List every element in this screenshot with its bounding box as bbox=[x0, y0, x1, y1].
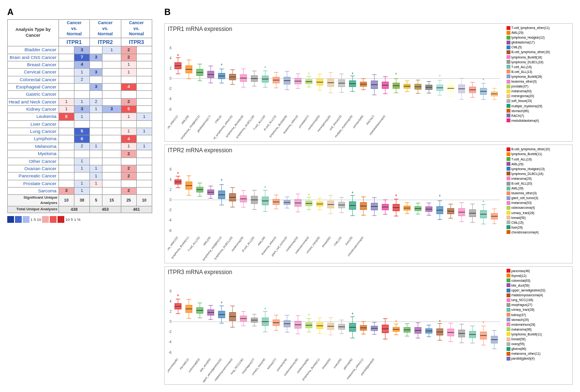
itpr3-cell-3-1 bbox=[136, 69, 152, 76]
itpr3-cell-10-0 bbox=[121, 120, 136, 128]
itpr2-cell-1-1 bbox=[102, 54, 121, 61]
itpr3-cell-4-0 bbox=[121, 76, 136, 83]
itpr3-cell-7-1 bbox=[136, 98, 152, 105]
itpr2-cell-15-1 bbox=[102, 158, 121, 165]
legend-entry-2-10: stomach(29) bbox=[507, 318, 569, 322]
legend-color-2-4 bbox=[507, 289, 510, 292]
legend-text-1-4: lymphoma_Hodgkin(13) bbox=[511, 167, 545, 171]
cancer-name-19: Sarcoma bbox=[8, 187, 59, 194]
itpr1-cell-1-1: 7 bbox=[74, 54, 89, 61]
legend-color-1-6 bbox=[507, 176, 510, 180]
itpr3-cell-2-0: 1 bbox=[121, 61, 136, 69]
itpr2-cell-10-0 bbox=[90, 120, 102, 128]
legend-entry-1-1: lymphoma_Burkitt(11) bbox=[507, 152, 569, 156]
legend-color-1-4 bbox=[507, 167, 510, 171]
svg-text:6: 6 bbox=[170, 167, 172, 172]
legend-entry-2-4: upper_aerodigestive(32) bbox=[507, 288, 569, 292]
itpr3-cell-15-1 bbox=[136, 158, 152, 165]
itpr3-cell-11-0: 1 bbox=[121, 128, 136, 135]
svg-text:thyroid(12): thyroid(12) bbox=[179, 357, 189, 370]
itpr2-cell-0-1: 1 bbox=[102, 46, 121, 54]
legend-text-0-15: soft_tissue(23) bbox=[511, 99, 532, 103]
legend-entry-0-13: melanoma(63) bbox=[507, 89, 569, 93]
itpr3-cell-9-1: 1 bbox=[136, 113, 152, 120]
itpr1-cell-6-1 bbox=[74, 91, 89, 98]
analysis-table: Analysis Type by Cancer Cancervs.Normal … bbox=[7, 19, 152, 213]
legend-text-1-0: B-cell_lymphoma_other(10) bbox=[511, 147, 550, 151]
legend-entry-0-8: T-cell_ALL(16) bbox=[507, 65, 569, 69]
legend-color-1-10 bbox=[507, 196, 510, 200]
svg-text:-2: -2 bbox=[169, 208, 172, 213]
legend-color-2-15 bbox=[507, 342, 510, 346]
legend-entry-1-2: T-cell_ALL(16) bbox=[507, 157, 569, 161]
legend-color-1-0 bbox=[507, 147, 510, 151]
itpr1-sig-0: 10 bbox=[58, 195, 74, 206]
legend-text-2-6: lung_NCC(136) bbox=[511, 298, 533, 302]
legend-color-1-17 bbox=[507, 230, 510, 234]
svg-text:stomach(29): stomach(29) bbox=[276, 357, 287, 372]
legend-text-0-3: glioblastoma(17) bbox=[511, 40, 535, 44]
itpr3-cell-4-1 bbox=[136, 76, 152, 83]
itpr1-cell-14-1 bbox=[74, 150, 89, 158]
legend-color-1-14 bbox=[507, 216, 510, 219]
legend-entry-2-15: ovary(55) bbox=[507, 342, 569, 346]
itpr1-cell-16-0 bbox=[58, 165, 74, 172]
svg-text:AML(29): AML(29) bbox=[181, 115, 189, 125]
cancer-name-17: Pancreatic Cancer bbox=[8, 173, 59, 180]
svg-point-346 bbox=[352, 192, 353, 194]
legend-text-2-1: thyroid(12) bbox=[511, 274, 526, 278]
legend-entry-0-19: medulloblastoma(4) bbox=[507, 118, 569, 123]
itpr1-cell-8-0: 1 bbox=[58, 106, 74, 113]
legend-entry-2-16: glioma(66) bbox=[507, 347, 569, 351]
svg-text:B-cell_lymphoma_other(16): B-cell_lymphoma_other(16) bbox=[210, 115, 233, 140]
legend-text-1-5: lymphoma_DLBCL(18) bbox=[511, 172, 543, 176]
itpr2-cell-2-1 bbox=[102, 61, 121, 69]
itpr1-cell-2-1: 4 bbox=[74, 61, 89, 69]
legend-entry-1-0: B-cell_lymphoma_other(10) bbox=[507, 147, 569, 151]
legend-text-0-17: stomach(66) bbox=[511, 109, 529, 113]
itpr2-cell-3-0: 3 bbox=[90, 69, 102, 76]
svg-text:6: 6 bbox=[170, 288, 172, 293]
legend-text-0-2: lymphoma_Hodgkin(12) bbox=[511, 35, 545, 40]
svg-text:stomach(66): stomach(66) bbox=[352, 115, 363, 129]
itpr3-col-header: Cancervs.Normal bbox=[121, 20, 152, 38]
itpr3-cell-16-1 bbox=[136, 165, 152, 172]
legend-text-0-16: multiple_myeloma(29) bbox=[511, 104, 542, 108]
legend-color-0-0 bbox=[507, 26, 510, 30]
legend-entry-0-14: meningioma(20) bbox=[507, 94, 569, 98]
itpr3-cell-9-0: 1 bbox=[121, 113, 136, 120]
itpr2-col-header: Cancervs.Normal bbox=[90, 20, 121, 38]
itpr1-cell-13-1: 2 bbox=[74, 143, 89, 150]
itpr3-cell-18-0 bbox=[121, 180, 136, 187]
itpr1-cell-15-0 bbox=[58, 158, 74, 165]
legend-color-1-15 bbox=[507, 220, 510, 224]
itpr2-cell-4-0 bbox=[90, 76, 102, 83]
legend-entry-0-10: lymphoma_Burkitt(28) bbox=[507, 74, 569, 79]
legend-text-2-17: melanoma_other(11) bbox=[511, 351, 540, 356]
itpr3-cell-12-1 bbox=[136, 135, 152, 143]
boxplot-svg-2: -6-4-20246pancreas(46)thyroid(12)colorec… bbox=[168, 276, 505, 382]
itpr1-cell-10-0 bbox=[58, 120, 74, 128]
chart-section-2: ITPR3 mRNA expression-6-4-20246pancreas(… bbox=[164, 266, 573, 385]
legend-text-1-8: AML(39) bbox=[511, 186, 523, 190]
cancer-name-2: Breast Cancer bbox=[8, 61, 59, 69]
cancer-name-14: Myeloma bbox=[8, 150, 59, 158]
legend-entry-0-9: B-cell_ALL(13) bbox=[507, 70, 569, 74]
itpr1-cell-9-1: 1 bbox=[74, 113, 89, 120]
legend-text-2-10: stomach(29) bbox=[511, 318, 529, 322]
itpr3-cell-1-1 bbox=[136, 54, 152, 61]
legend-text-2-16: glioma(66) bbox=[511, 347, 526, 351]
itpr2-cell-13-0: 1 bbox=[90, 143, 102, 150]
chart-section-1: ITPR2 mRNA expression-6-4-20246B-cell_ly… bbox=[164, 145, 573, 263]
cancer-name-8: Kidney Cancer bbox=[8, 106, 59, 113]
legend-entry-1-6: melanoma(29) bbox=[507, 176, 569, 181]
svg-point-638 bbox=[483, 321, 484, 323]
itpr1-cell-19-1: 1 bbox=[74, 187, 89, 194]
legend-entry-0-3: glioblastoma(17) bbox=[507, 40, 569, 44]
legend-entry-1-13: urinary_tract(28) bbox=[507, 211, 569, 215]
legend-entry-1-4: lymphoma_Hodgkin(13) bbox=[507, 167, 569, 171]
itpr3-cell-16-0: 2 bbox=[121, 165, 136, 172]
legend-color-0-15 bbox=[507, 99, 510, 103]
svg-point-398 bbox=[439, 195, 440, 197]
legend-entry-0-17: stomach(66) bbox=[507, 109, 569, 113]
